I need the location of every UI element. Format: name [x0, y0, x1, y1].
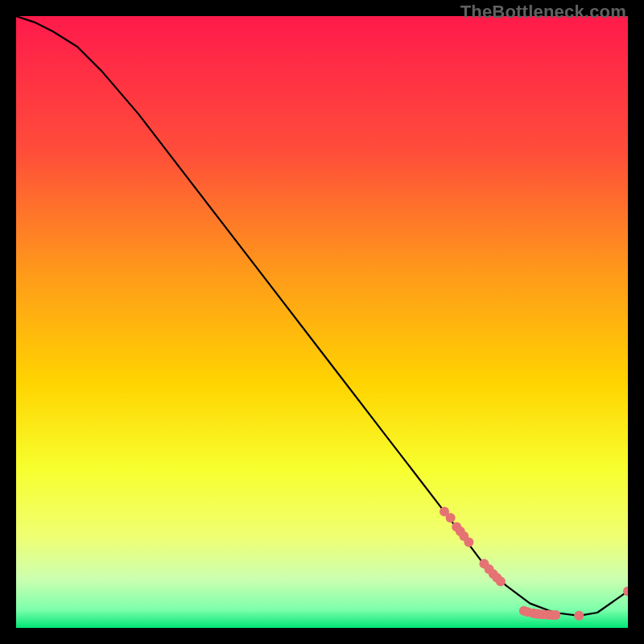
chart-frame	[16, 16, 628, 628]
chart-svg	[16, 16, 628, 628]
data-point	[464, 538, 473, 547]
data-point	[496, 576, 506, 586]
gradient-background	[16, 16, 628, 628]
data-point	[551, 610, 560, 620]
data-point	[574, 611, 584, 621]
data-point	[446, 513, 456, 522]
watermark-text: TheBottleneck.com	[460, 2, 626, 23]
